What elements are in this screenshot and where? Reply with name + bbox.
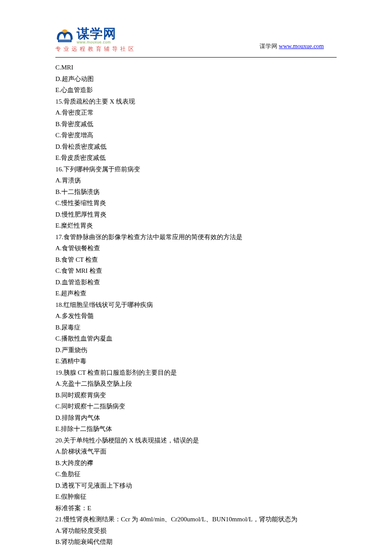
text-line: 20.关于单纯性小肠梗阻的 X 线表现描述，错误的是: [55, 435, 337, 446]
text-line: 15.骨质疏松的主要 X 线表现: [55, 96, 337, 107]
text-line: B.食管 CT 检查: [55, 254, 337, 266]
text-line: A.食管钡餐检查: [55, 243, 337, 254]
text-line: D.血管造影检查: [55, 277, 337, 288]
document-page: 谋学网 www.mouxue.com 专业远程教育辅导社区 谋学网 www.mo…: [0, 0, 392, 555]
text-line: E.超声检查: [55, 288, 337, 299]
text-line: C.鱼肋征: [55, 468, 337, 480]
logo-subtitle: 专业远程教育辅导社区: [55, 46, 136, 53]
text-line: D.严重烧伤: [55, 344, 337, 356]
text-line: A.多发性骨髓: [55, 310, 337, 322]
text-line: A.充盈十二指肠及空肠上段: [55, 378, 337, 390]
text-line: C.同时观察十二指肠病变: [55, 401, 337, 412]
text-line: D.超声心动图: [55, 73, 337, 85]
text-line: D.骨松质密度减低: [55, 141, 337, 153]
text-line: 18.红细胞呈缗钱状可见于哪种疾病: [55, 299, 337, 311]
text-line: 17.食管静脉曲张的影像学检查方法中最常应用的简便有效的方法是: [55, 231, 337, 243]
text-line: B.大跨度的襻: [55, 457, 337, 469]
text-line: B.同时观察胃病变: [55, 390, 337, 401]
text-line: B.骨密度减低: [55, 119, 337, 130]
document-content: C.MRID.超声心动图E.心血管造影15.骨质疏松的主要 X 线表现A.骨密度…: [55, 62, 337, 548]
text-line: D.排除胃内气体: [55, 412, 337, 424]
text-line: 21.慢性肾炎检测结果：Ccr 为 40ml/min、Cr200umol/L、B…: [55, 514, 337, 525]
text-line: 16.下列哪种病变属于癌前病变: [55, 164, 337, 175]
text-line: C.骨密度增高: [55, 130, 337, 141]
logo-chinese: 谋学网: [77, 27, 116, 40]
text-line: E.骨皮质密度减低: [55, 152, 337, 164]
text-line: E.酒精中毒: [55, 356, 337, 367]
text-line: D.慢性肥厚性胃炎: [55, 209, 337, 220]
logo-block: 谋学网 www.mouxue.com 专业远程教育辅导社区: [55, 27, 136, 53]
logo-english: www.mouxue.com: [77, 40, 116, 44]
text-line: B.十二指肠溃疡: [55, 186, 337, 198]
text-line: A.肾功能轻度受损: [55, 525, 337, 537]
text-line: C.MRI: [55, 62, 337, 73]
text-line: 19.胰腺 CT 检查前口服造影剂的主要目的是: [55, 367, 337, 379]
page-header: 谋学网 www.mouxue.com 专业远程教育辅导社区 谋学网 www.mo…: [55, 26, 337, 53]
logo-top-row: 谋学网 www.mouxue.com: [55, 27, 116, 44]
text-line: A.骨密度正常: [55, 107, 337, 119]
text-line: A.胃溃疡: [55, 175, 337, 186]
header-right-prefix: 谋学网: [259, 43, 279, 49]
text-line: A.阶梯状液气平面: [55, 446, 337, 457]
svg-rect-2: [59, 40, 71, 42]
text-line: B.尿毒症: [55, 322, 337, 333]
text-line: B.肾功能衰竭代偿期: [55, 536, 337, 548]
logo-text-group: 谋学网 www.mouxue.com: [77, 27, 116, 44]
text-line: E.糜烂性胃炎: [55, 220, 337, 231]
text-line: 标准答案：E: [55, 503, 337, 514]
text-line: C.食管 MRI 检查: [55, 265, 337, 277]
logo-icon: [55, 29, 74, 43]
header-right-text: 谋学网 www.mouxue.com: [259, 43, 337, 53]
text-line: D.透视下可见液面上下移动: [55, 480, 337, 491]
header-link[interactable]: www.mouxue.com: [279, 43, 324, 49]
text-line: C.慢性萎缩性胃炎: [55, 197, 337, 209]
text-line: E.排除十二指肠气体: [55, 423, 337, 435]
text-line: C.播散性血管内凝血: [55, 333, 337, 344]
text-line: E.心血管造影: [55, 84, 337, 96]
text-line: E.假肿瘤征: [55, 491, 337, 503]
header-divider: [55, 57, 337, 58]
